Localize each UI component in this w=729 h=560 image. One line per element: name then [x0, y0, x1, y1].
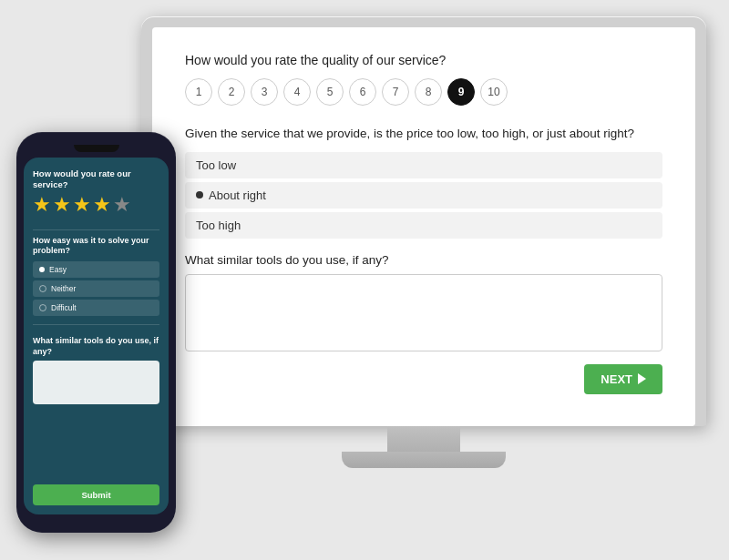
- phone: How would you rate our service? ★★★★★ Ho…: [16, 132, 176, 533]
- phone-stars: ★★★★★: [33, 195, 159, 215]
- phone-star-2[interactable]: ★: [53, 195, 71, 215]
- monitor-stand-neck: [387, 426, 460, 452]
- phone-submit-label: Submit: [81, 490, 110, 500]
- phone-star-5[interactable]: ★: [113, 195, 131, 215]
- rating-row: 12345678910: [185, 78, 662, 106]
- phone-star-4[interactable]: ★: [93, 195, 111, 215]
- rating-circle-4[interactable]: 4: [283, 78, 311, 106]
- price-option-label: About right: [209, 188, 266, 202]
- phone-divider1: [33, 229, 159, 230]
- phone-question2: How easy was it to solve your problem?: [33, 236, 159, 257]
- phone-ease-options: EasyNeitherDifficult: [33, 261, 159, 319]
- price-question: Given the service that we provide, is th…: [185, 126, 662, 143]
- phone-ease-option-label: Difficult: [51, 303, 77, 312]
- monitor: How would you rate the quality of our se…: [141, 16, 706, 463]
- rating-question: How would you rate the quality of our se…: [185, 53, 662, 67]
- price-option-too-low[interactable]: Too low: [185, 152, 662, 178]
- monitor-stand-base: [342, 452, 506, 468]
- next-label: NEXT: [601, 372, 632, 386]
- phone-radio-dot: [39, 267, 45, 272]
- price-option-too-high[interactable]: Too high: [185, 212, 662, 239]
- phone-radio-circle: [39, 285, 46, 292]
- rating-circle-1[interactable]: 1: [185, 78, 212, 106]
- phone-divider2: [33, 324, 159, 325]
- tools-question: What similar tools do you use, if any?: [185, 253, 662, 267]
- phone-textarea[interactable]: [33, 361, 159, 404]
- monitor-screen: How would you rate the quality of our se…: [152, 27, 695, 426]
- price-option-about-right[interactable]: About right: [185, 182, 662, 209]
- price-options: Too lowAbout rightToo high: [185, 152, 662, 239]
- phone-star-3[interactable]: ★: [73, 195, 91, 215]
- price-option-label: Too high: [196, 219, 241, 232]
- next-arrow-icon: [638, 373, 646, 384]
- rating-circle-9[interactable]: 9: [447, 78, 475, 106]
- phone-bezel: How would you rate our service? ★★★★★ Ho…: [16, 132, 176, 533]
- monitor-bezel: How would you rate the quality of our se…: [141, 16, 706, 426]
- price-option-label: Too low: [196, 158, 236, 172]
- radio-dot: [196, 191, 203, 199]
- rating-circle-5[interactable]: 5: [316, 78, 344, 106]
- tools-textarea[interactable]: [185, 274, 662, 351]
- phone-star-1[interactable]: ★: [33, 195, 51, 215]
- phone-ease-option-difficult[interactable]: Difficult: [33, 300, 159, 316]
- phone-radio-circle: [39, 304, 46, 311]
- phone-submit-button[interactable]: Submit: [33, 484, 159, 505]
- rating-circle-10[interactable]: 10: [480, 78, 508, 106]
- rating-circle-6[interactable]: 6: [349, 78, 376, 106]
- rating-circle-7[interactable]: 7: [382, 78, 409, 106]
- rating-circle-3[interactable]: 3: [251, 78, 278, 106]
- phone-ease-option-label: Neither: [51, 284, 76, 293]
- phone-ease-option-neither[interactable]: Neither: [33, 280, 159, 297]
- rating-circle-8[interactable]: 8: [415, 78, 442, 106]
- phone-ease-option-easy[interactable]: Easy: [33, 261, 159, 278]
- phone-ease-option-label: Easy: [49, 265, 67, 274]
- phone-screen: How would you rate our service? ★★★★★ Ho…: [24, 158, 169, 514]
- phone-notch: [74, 145, 119, 152]
- next-button[interactable]: NEXT: [584, 364, 662, 394]
- phone-question1: How would you rate our service?: [33, 168, 159, 191]
- rating-circle-2[interactable]: 2: [218, 78, 245, 106]
- phone-question3: What similar tools do you use, if any?: [33, 336, 159, 357]
